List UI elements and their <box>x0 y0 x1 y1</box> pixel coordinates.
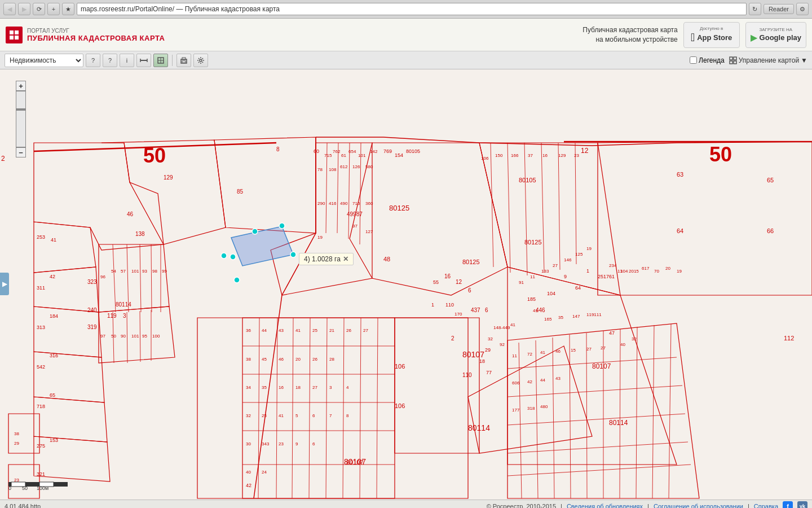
svg-text:19: 19 <box>677 269 682 274</box>
svg-text:45: 45 <box>262 357 267 362</box>
help-btn-2[interactable]: ? <box>103 54 117 67</box>
new-tab-button[interactable]: + <box>47 3 60 15</box>
property-type-select[interactable]: Недвижимость Земельные участки ОКС <box>5 54 83 67</box>
zoom-out-button[interactable]: − <box>16 147 26 157</box>
svg-text:23: 23 <box>279 441 284 446</box>
svg-text:26: 26 <box>346 328 351 333</box>
svg-text:313: 313 <box>37 325 45 330</box>
measure-btn[interactable] <box>136 54 151 67</box>
svg-text:12: 12 <box>456 279 462 285</box>
svg-text:97: 97 <box>352 224 358 229</box>
svg-text:80125: 80125 <box>389 204 409 212</box>
reload-button[interactable]: ⟳ <box>33 3 45 15</box>
svg-text:9: 9 <box>295 441 298 446</box>
svg-text:617: 617 <box>642 266 650 271</box>
svg-text:606: 606 <box>512 380 520 386</box>
svg-text:142: 142 <box>370 149 378 154</box>
svg-text:321: 321 <box>37 471 45 477</box>
area-measure-btn[interactable] <box>153 54 168 67</box>
svg-text:50: 50 <box>111 334 116 339</box>
svg-text:37: 37 <box>528 153 533 158</box>
svg-text:34: 34 <box>246 385 251 390</box>
zoom-in-button[interactable]: + <box>16 81 26 91</box>
updates-link[interactable]: Сведения об обновлениях <box>567 503 643 509</box>
help-btn-1[interactable]: ? <box>86 54 100 67</box>
facebook-icon[interactable]: f <box>783 501 793 509</box>
svg-rect-294 <box>54 482 68 487</box>
address-bar[interactable] <box>77 3 747 15</box>
svg-text:96: 96 <box>100 274 105 279</box>
bookmark-button[interactable]: ★ <box>62 3 74 15</box>
svg-text:47: 47 <box>609 330 615 336</box>
svg-text:35: 35 <box>558 315 563 320</box>
svg-text:42: 42 <box>527 379 532 384</box>
print-btn[interactable] <box>176 54 191 67</box>
svg-text:63: 63 <box>677 171 683 178</box>
svg-text:64: 64 <box>677 227 683 234</box>
svg-text:64: 64 <box>575 285 581 291</box>
svg-text:8: 8 <box>276 146 280 152</box>
svg-text:12: 12 <box>581 147 589 155</box>
svg-text:100: 100 <box>152 334 160 339</box>
svg-text:580: 580 <box>365 164 373 169</box>
googleplay-badge[interactable]: ЗАГРУЗИТЕ НА ▶ Google play <box>745 22 806 48</box>
svg-rect-12 <box>182 61 186 63</box>
svg-text:101: 101 <box>131 269 139 274</box>
appstore-badge[interactable]: Доступно в  App Store <box>683 22 740 48</box>
svg-text:360: 360 <box>365 201 373 206</box>
svg-text:542: 542 <box>37 364 45 370</box>
svg-text:1: 1 <box>431 302 434 308</box>
left-panel-toggle[interactable]: ▶ <box>0 273 9 295</box>
svg-rect-17 <box>734 61 736 64</box>
map-container[interactable]: 129 46 85 138 41 253 42 184 311 313 542 … <box>0 69 812 500</box>
svg-text:21: 21 <box>329 328 334 333</box>
svg-text:2: 2 <box>1 155 5 163</box>
svg-text:6: 6 <box>485 307 488 313</box>
back-button[interactable]: ◀ <box>3 3 16 15</box>
svg-text:95: 95 <box>142 334 147 339</box>
svg-text:98: 98 <box>152 269 157 274</box>
vk-icon[interactable]: vk <box>797 501 807 509</box>
svg-text:11: 11 <box>512 353 517 358</box>
svg-text:437: 437 <box>471 307 480 313</box>
svg-text:80107: 80107 <box>462 350 484 359</box>
svg-text:25: 25 <box>262 413 267 418</box>
refresh-icon[interactable]: ↻ <box>749 3 761 15</box>
logo-section: ПОРТАЛ УСЛУГ ПУБЛИЧНАЯ КАДАСТРОВАЯ КАРТА <box>6 27 165 43</box>
status-version: 4.01.484.http <box>5 503 41 509</box>
svg-text:718: 718 <box>37 404 45 409</box>
tooltip-close-btn[interactable]: ✕ <box>343 255 348 263</box>
svg-text:101: 101 <box>131 334 139 339</box>
svg-text:106: 106 <box>395 363 405 370</box>
help-link[interactable]: Справка <box>754 503 778 509</box>
svg-text:106: 106 <box>481 156 489 161</box>
reader-button[interactable]: Reader <box>764 4 794 14</box>
zoom-slider[interactable] <box>16 91 26 147</box>
svg-text:138: 138 <box>135 231 145 237</box>
manage-map-btn[interactable]: Управление картой ▼ <box>729 56 807 64</box>
agreement-link[interactable]: Соглашение об использовании <box>654 503 743 509</box>
svg-text:9: 9 <box>564 274 567 279</box>
svg-text:25: 25 <box>598 274 603 279</box>
svg-text:38: 38 <box>246 357 251 362</box>
svg-text:42: 42 <box>50 274 55 279</box>
zoom-slider-handle <box>16 108 25 111</box>
svg-text:32: 32 <box>246 413 251 418</box>
settings-btn[interactable] <box>193 54 208 67</box>
svg-text:99: 99 <box>162 269 167 274</box>
svg-text:38: 38 <box>14 431 19 436</box>
settings-icon[interactable]: ⚙ <box>796 3 809 15</box>
svg-text:50: 50 <box>22 485 28 491</box>
status-left: 4.01.484.http <box>5 503 41 509</box>
legend-checkbox[interactable] <box>690 56 697 64</box>
svg-text:80107: 80107 <box>346 459 364 466</box>
info-btn[interactable]: i <box>120 54 134 67</box>
legend-checkbox-label[interactable]: Легенда <box>690 56 725 64</box>
svg-text:11: 11 <box>530 274 535 279</box>
svg-text:316: 316 <box>50 353 58 358</box>
svg-text:43: 43 <box>555 376 561 381</box>
forward-button[interactable]: ▶ <box>18 3 30 15</box>
svg-text:2: 2 <box>451 335 454 341</box>
svg-text:61: 61 <box>341 153 346 158</box>
svg-text:112: 112 <box>784 335 794 341</box>
